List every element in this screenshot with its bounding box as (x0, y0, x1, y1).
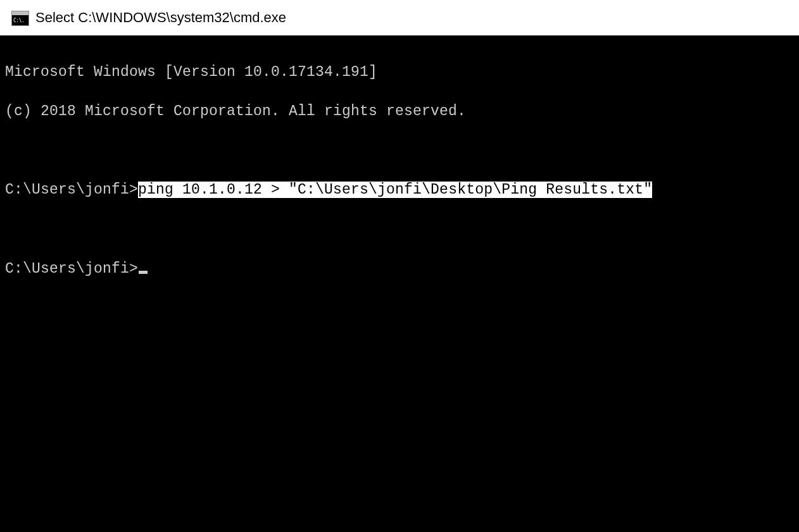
terminal-prompt: C:\Users\jonfi> (5, 261, 138, 277)
cmd-icon-label: C:\. (13, 18, 24, 23)
terminal-prompt: C:\Users\jonfi> (5, 182, 138, 198)
terminal-blank-line (5, 141, 794, 161)
cmd-icon: C:\. (11, 11, 29, 26)
cmd-window: C:\. Select C:\WINDOWS\system32\cmd.exe … (0, 0, 799, 532)
terminal-cursor (139, 271, 148, 274)
terminal-body[interactable]: Microsoft Windows [Version 10.0.17134.19… (0, 35, 799, 532)
window-title: Select C:\WINDOWS\system32\cmd.exe (35, 9, 286, 26)
terminal-header-line: Microsoft Windows [Version 10.0.17134.19… (5, 63, 794, 82)
terminal-command-line: C:\Users\jonfi>ping 10.1.0.12 > "C:\User… (5, 180, 794, 200)
terminal-header-line: (c) 2018 Microsoft Corporation. All righ… (5, 102, 794, 121)
terminal-selected-command[interactable]: ping 10.1.0.12 > "C:\Users\jonfi\Desktop… (138, 182, 652, 198)
titlebar[interactable]: C:\. Select C:\WINDOWS\system32\cmd.exe (0, 0, 799, 35)
terminal-current-prompt-line[interactable]: C:\Users\jonfi> (5, 259, 794, 279)
terminal-blank-line (5, 220, 794, 239)
